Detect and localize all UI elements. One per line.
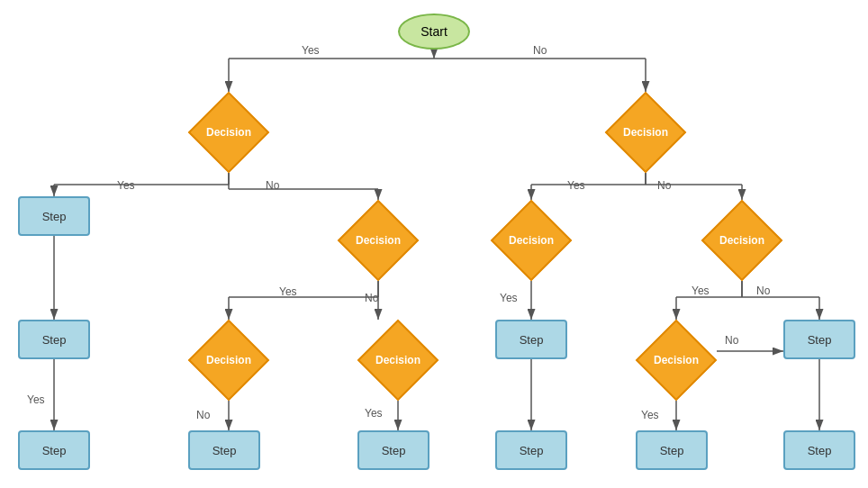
svg-text:Yes: Yes	[27, 393, 45, 406]
decision-d7: Decision	[357, 320, 439, 401]
step-m1-label: Step	[520, 333, 544, 347]
decision-d1: Decision	[188, 92, 269, 173]
step-l1: Step	[18, 196, 90, 236]
step-m3-label: Step	[520, 444, 544, 457]
svg-text:Yes: Yes	[279, 285, 297, 298]
step-l3: Step	[18, 430, 90, 470]
decision-d7-label: Decision	[375, 354, 420, 366]
decision-d4-label: Decision	[509, 234, 554, 247]
step-m1: Step	[495, 320, 567, 359]
step-l2: Step	[18, 320, 90, 359]
decision-d5: Decision	[701, 200, 782, 281]
start-label: Start	[420, 24, 448, 39]
step-l3-label: Step	[42, 444, 67, 457]
svg-text:Yes: Yes	[302, 44, 320, 57]
decision-d1-label: Decision	[206, 126, 251, 139]
step-m2-label: Step	[382, 444, 406, 457]
decision-d2: Decision	[605, 92, 686, 173]
decision-d5-label: Decision	[719, 234, 764, 247]
svg-text:No: No	[266, 179, 280, 192]
svg-text:No: No	[725, 334, 739, 347]
decision-d2-label: Decision	[623, 126, 668, 139]
svg-text:Yes: Yes	[692, 285, 710, 297]
step-r2: Step	[783, 430, 855, 470]
decision-d3-label: Decision	[356, 234, 401, 247]
step-lm: Step	[188, 430, 260, 470]
svg-text:Yes: Yes	[117, 179, 135, 192]
step-r1-label: Step	[808, 333, 832, 347]
decision-d8: Decision	[636, 320, 717, 401]
svg-text:Yes: Yes	[567, 179, 585, 192]
svg-text:Yes: Yes	[500, 292, 518, 304]
svg-text:No: No	[365, 292, 379, 304]
svg-text:No: No	[533, 44, 547, 57]
decision-d6-label: Decision	[206, 354, 251, 366]
svg-text:Yes: Yes	[365, 407, 383, 420]
svg-text:No: No	[196, 409, 211, 421]
decision-d6: Decision	[188, 320, 269, 401]
decision-d8-label: Decision	[654, 354, 699, 366]
step-r2-label: Step	[808, 444, 832, 457]
step-l1-label: Step	[42, 210, 67, 223]
step-r1: Step	[783, 320, 855, 359]
step-d8y: Step	[636, 430, 708, 470]
step-l2-label: Step	[42, 333, 67, 347]
decision-d3: Decision	[338, 200, 419, 281]
step-m2: Step	[357, 430, 429, 470]
step-m3: Step	[495, 430, 567, 470]
svg-text:Yes: Yes	[641, 409, 659, 421]
step-lm-label: Step	[212, 444, 237, 457]
step-d8y-label: Step	[660, 444, 684, 457]
start-node: Start	[398, 14, 470, 50]
svg-text:No: No	[657, 179, 672, 192]
svg-text:No: No	[756, 285, 771, 297]
decision-d4: Decision	[491, 200, 572, 281]
